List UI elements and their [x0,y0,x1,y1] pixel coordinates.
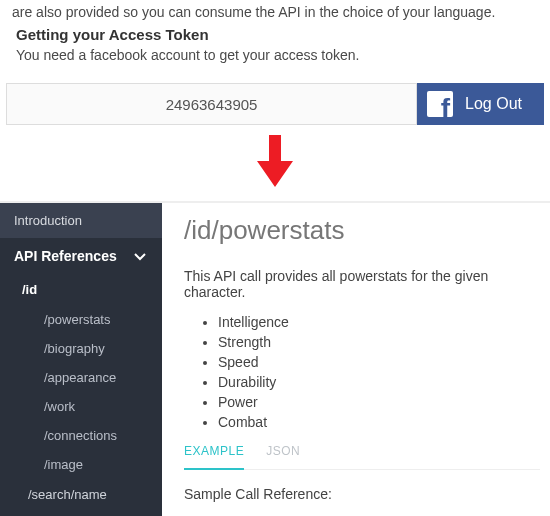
sidebar-item-search-name[interactable]: /search/name [0,479,162,510]
access-token-display: 24963643905 [6,83,417,125]
chevron-down-icon [134,248,146,264]
sidebar-item-id[interactable]: /id [0,274,162,305]
page-desc: This API call provides all powerstats fo… [184,268,540,300]
list-item: Power [218,394,540,410]
sidebar-item-connections[interactable]: /connections [0,421,162,450]
sidebar: Introduction API References /id /powerst… [0,203,162,516]
sidebar-item-appearance[interactable]: /appearance [0,363,162,392]
list-item: Durability [218,374,540,390]
intro-fragment: are also provided so you can consume the… [12,4,538,20]
token-heading: Getting your Access Token [16,26,538,43]
tab-example[interactable]: EXAMPLE [184,444,244,470]
token-desc: You need a facebook account to get your … [16,47,538,63]
tab-json[interactable]: JSON [266,444,300,470]
list-item: Speed [218,354,540,370]
sidebar-head-label: API References [14,248,117,264]
sidebar-item-work[interactable]: /work [0,392,162,421]
logout-button[interactable]: f Log Out [417,83,544,125]
list-item: Intelligence [218,314,540,330]
logout-label: Log Out [465,95,522,113]
facebook-icon: f [427,91,453,117]
powerstats-list: Intelligence Strength Speed Durability P… [218,314,540,430]
list-item: Strength [218,334,540,350]
sidebar-api-references[interactable]: API References [0,238,162,274]
sidebar-item-biography[interactable]: /biography [0,334,162,363]
page-title: /id/powerstats [184,215,540,246]
sidebar-intro[interactable]: Introduction [0,203,162,238]
content: /id/powerstats This API call provides al… [162,203,550,516]
sample-call-label: Sample Call Reference: [184,486,540,502]
sidebar-item-image[interactable]: /image [0,450,162,479]
list-item: Combat [218,414,540,430]
sidebar-item-powerstats[interactable]: /powerstats [0,305,162,334]
down-arrow-icon [255,133,295,191]
